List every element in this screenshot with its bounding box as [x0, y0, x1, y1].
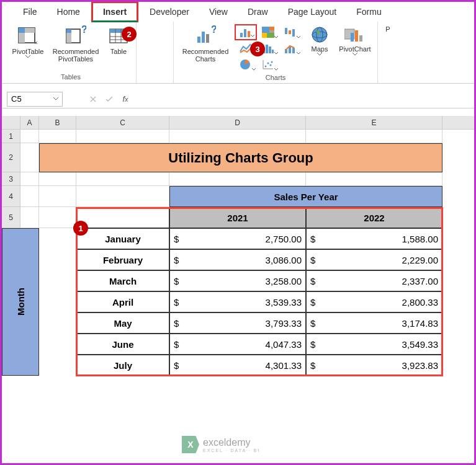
cell[interactable]: [39, 172, 76, 186]
insert-waterfall-chart-button[interactable]: [279, 24, 302, 40]
value-cell[interactable]: $1,588.00: [306, 228, 442, 249]
value-cell[interactable]: $3,923.83: [306, 355, 442, 376]
cell[interactable]: [39, 186, 76, 207]
cell[interactable]: [76, 130, 169, 143]
value-cell[interactable]: $4,047.33: [169, 334, 306, 355]
cell[interactable]: [20, 186, 39, 207]
value-cell[interactable]: $3,086.00: [169, 249, 306, 270]
maps-button[interactable]: Maps: [304, 24, 335, 58]
cell[interactable]: [306, 130, 442, 143]
chevron-down-icon: [252, 68, 256, 71]
pivottable-button[interactable]: PivotTable: [9, 24, 47, 61]
recommended-pivottables-button[interactable]: ? Recommended PivotTables: [48, 24, 104, 64]
tab-formulas[interactable]: Formu: [346, 3, 391, 20]
value-cell[interactable]: $2,229.00: [306, 249, 442, 270]
cell-C5[interactable]: [76, 207, 169, 228]
value-cell[interactable]: $4,301.33: [169, 355, 306, 376]
pivotchart-button[interactable]: PivotChart: [336, 24, 374, 58]
ribbon-group-charts: ? Recommended Charts: [174, 22, 378, 83]
col-header-E[interactable]: E: [306, 116, 442, 129]
value-cell[interactable]: $2,750.00: [169, 228, 306, 249]
tab-insert[interactable]: Insert: [91, 1, 138, 22]
pivotchart-label: PivotChart: [339, 45, 370, 53]
ribbon-tabs: File Home Insert Developer View Draw Pag…: [2, 2, 474, 22]
insert-combo-chart-button[interactable]: [279, 40, 302, 56]
value-cell[interactable]: $2,337.00: [306, 270, 442, 291]
month-cell[interactable]: June: [76, 334, 169, 355]
chevron-down-icon: [274, 68, 278, 71]
year-2021-header[interactable]: 2021: [169, 207, 306, 228]
cell[interactable]: [169, 130, 306, 143]
month-cell[interactable]: July: [76, 355, 169, 376]
select-all-corner[interactable]: [2, 116, 20, 129]
row-header-5[interactable]: 5: [2, 207, 20, 228]
sales-header-cell[interactable]: Sales Per Year: [169, 186, 442, 207]
value-cell[interactable]: $3,174.83: [306, 312, 442, 334]
col-header-B[interactable]: B: [39, 116, 76, 129]
row-header-4[interactable]: 4: [2, 186, 20, 207]
chevron-down-icon: [53, 97, 58, 100]
table-label: Table: [110, 48, 127, 55]
svg-rect-25: [267, 33, 274, 38]
col-header-A[interactable]: A: [20, 116, 39, 129]
cell[interactable]: [20, 143, 39, 172]
value-cell[interactable]: $3,258.00: [169, 270, 306, 291]
cell[interactable]: [306, 172, 442, 186]
name-box[interactable]: C5: [7, 92, 63, 107]
column-chart-icon: [240, 27, 252, 38]
insert-scatter-chart-button[interactable]: [257, 56, 279, 73]
tours-partial[interactable]: P: [382, 24, 394, 34]
year-2022-header[interactable]: 2022: [306, 207, 442, 228]
cell[interactable]: [76, 186, 169, 207]
col-header-C[interactable]: C: [76, 116, 169, 129]
value-cell[interactable]: $2,800.33: [306, 291, 442, 312]
svg-point-42: [271, 61, 273, 63]
month-vertical-label[interactable]: Month: [2, 228, 39, 376]
svg-point-40: [267, 63, 269, 64]
cell[interactable]: [20, 172, 39, 186]
cell[interactable]: [39, 207, 76, 228]
month-cell[interactable]: April: [76, 291, 169, 312]
svg-rect-27: [289, 30, 291, 34]
cell[interactable]: [20, 130, 39, 143]
row-header-1[interactable]: 1: [2, 130, 20, 143]
cell[interactable]: [20, 207, 39, 228]
recommended-charts-button[interactable]: ? Recommended Charts: [177, 24, 233, 64]
cell[interactable]: [169, 172, 306, 186]
ribbon: PivotTable ? Recommended PivotTables Tab…: [2, 22, 474, 84]
cell[interactable]: [39, 130, 76, 143]
chevron-down-icon: [274, 52, 278, 55]
col-header-D[interactable]: D: [169, 116, 306, 129]
tab-draw[interactable]: Draw: [238, 3, 278, 20]
chevron-down-icon: [274, 36, 278, 38]
insert-hierarchy-chart-button[interactable]: [257, 24, 279, 40]
cell[interactable]: [76, 172, 169, 186]
month-cell[interactable]: March: [76, 270, 169, 291]
tab-home[interactable]: Home: [47, 3, 90, 20]
insert-function-button[interactable]: fx: [117, 92, 133, 107]
cancel-formula-button[interactable]: [85, 92, 101, 107]
month-cell[interactable]: May: [76, 312, 169, 334]
chevron-down-icon: [251, 35, 254, 37]
value-cell[interactable]: $3,549.33: [306, 334, 442, 355]
tab-file[interactable]: File: [13, 3, 47, 20]
insert-column-chart-button[interactable]: [235, 24, 257, 40]
tab-view[interactable]: View: [199, 3, 238, 20]
tab-developer[interactable]: Developer: [140, 3, 199, 20]
chart-type-grid: [235, 24, 303, 73]
svg-rect-15: [202, 32, 205, 43]
enter-formula-button[interactable]: [101, 92, 117, 107]
row-header-2[interactable]: 2: [2, 143, 20, 172]
month-cell[interactable]: February: [76, 249, 169, 270]
title-cell[interactable]: Utilizing Charts Group: [39, 143, 442, 172]
tab-page-layout[interactable]: Page Layout: [278, 3, 347, 20]
svg-text:?: ?: [211, 25, 216, 35]
chevron-down-icon: [297, 52, 300, 55]
formula-input[interactable]: [133, 92, 474, 107]
recommended-charts-label1: Recommended: [182, 48, 229, 55]
value-cell[interactable]: $3,793.33: [169, 312, 306, 334]
month-cell[interactable]: January: [76, 228, 169, 249]
row-header-3[interactable]: 3: [2, 172, 20, 186]
value-cell[interactable]: $3,539.33: [169, 291, 306, 312]
insert-pie-chart-button[interactable]: [235, 56, 257, 73]
